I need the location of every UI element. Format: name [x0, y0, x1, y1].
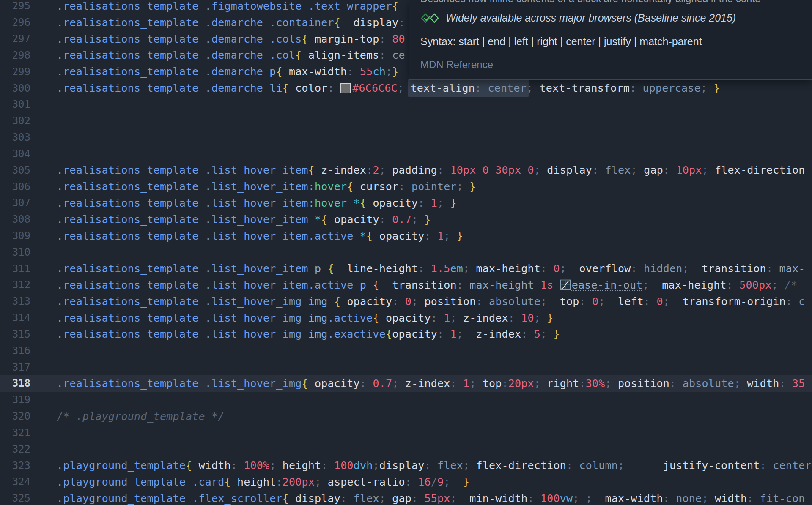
- line-number[interactable]: 304: [0, 148, 30, 160]
- code-token: ;: [463, 459, 469, 472]
- code-line[interactable]: .playground_template .card{ height:200px…: [57, 476, 469, 488]
- code-line[interactable]: .realisations_template .demarche .col{ a…: [57, 49, 405, 61]
- code-line[interactable]: .realisations_template .list_hover_img i…: [57, 328, 560, 340]
- line-number[interactable]: 313: [0, 295, 30, 307]
- code-line-row[interactable]: 312.realisations_template .list_hover_it…: [0, 277, 812, 293]
- line-number[interactable]: 309: [0, 230, 30, 242]
- code-line[interactable]: .realisations_template .list_hover_img i…: [57, 295, 805, 308]
- code-token: vw: [560, 492, 573, 505]
- line-number[interactable]: 298: [0, 49, 30, 61]
- line-number[interactable]: 303: [0, 131, 30, 143]
- code-line-row[interactable]: 306.realisations_template .list_hover_it…: [0, 178, 812, 195]
- code-line-row[interactable]: 304: [0, 145, 812, 162]
- code-line-row[interactable]: 309.realisations_template .list_hover_it…: [0, 228, 812, 244]
- code-line[interactable]: .realisations_template .figmatowebsite .…: [57, 0, 398, 12]
- bezier-curve-icon[interactable]: [560, 279, 571, 290]
- code-line-row[interactable]: 313.realisations_template .list_hover_im…: [0, 293, 812, 310]
- line-number[interactable]: 316: [0, 345, 30, 357]
- line-number[interactable]: 314: [0, 312, 30, 324]
- code-line-row[interactable]: 301: [0, 96, 812, 113]
- line-number[interactable]: 311: [0, 263, 30, 275]
- code-line-row[interactable]: 311.realisations_template .list_hover_it…: [0, 260, 812, 277]
- code-line[interactable]: .realisations_template .list_hover_item.…: [57, 279, 798, 291]
- code-line[interactable]: /* .playground_template */: [57, 410, 225, 423]
- line-number[interactable]: 322: [0, 443, 30, 455]
- code-token: {: [186, 459, 192, 472]
- line-number[interactable]: 319: [0, 394, 30, 406]
- code-token: transition: [689, 262, 766, 275]
- code-line[interactable]: .realisations_template .list_hover_item{…: [57, 164, 805, 176]
- code-token: :: [727, 279, 740, 291]
- code-line-row[interactable]: 305.realisations_template .list_hover_it…: [0, 162, 812, 178]
- code-line[interactable]: .realisations_template .demarche p{ max-…: [57, 66, 398, 78]
- code-line[interactable]: .realisations_template .demarche li{ col…: [57, 82, 720, 94]
- code-line-row[interactable]: 303: [0, 129, 812, 146]
- code-line[interactable]: .realisations_template .list_hover_item:…: [57, 180, 476, 193]
- code-line-row[interactable]: 322: [0, 441, 812, 457]
- code-token: 0: [528, 164, 534, 176]
- code-token: :: [405, 476, 418, 488]
- code-token: {: [347, 180, 353, 193]
- line-number[interactable]: 325: [0, 492, 30, 504]
- code-line-row[interactable]: 310: [0, 244, 812, 260]
- code-token: [199, 328, 205, 340]
- code-line-row[interactable]: 318.realisations_template .list_hover_im…: [0, 375, 812, 392]
- code-token: }: [469, 180, 476, 193]
- line-number[interactable]: 306: [0, 181, 30, 193]
- code-line-row[interactable]: 324.playground_template .card{ height:20…: [0, 474, 812, 490]
- code-line[interactable]: .realisations_template .demarche .cols{ …: [57, 33, 405, 45]
- code-line-row[interactable]: 308.realisations_template .list_hover_it…: [0, 211, 812, 228]
- line-number[interactable]: 296: [0, 16, 30, 28]
- line-number[interactable]: 295: [0, 0, 30, 12]
- code-line-row[interactable]: 307.realisations_template .list_hover_it…: [0, 195, 812, 211]
- code-line-row[interactable]: 300.realisations_template .demarche li{ …: [0, 80, 812, 96]
- line-number[interactable]: 301: [0, 98, 30, 110]
- line-number[interactable]: 308: [0, 213, 30, 225]
- code-line-row[interactable]: 317: [0, 359, 812, 375]
- code-line-row[interactable]: 302: [0, 113, 812, 129]
- code-token: :: [437, 164, 450, 176]
- color-swatch[interactable]: [340, 83, 351, 93]
- line-number[interactable]: 323: [0, 460, 30, 472]
- line-number[interactable]: 320: [0, 410, 30, 422]
- code-line-row[interactable]: 321: [0, 425, 812, 441]
- line-number[interactable]: 324: [0, 476, 30, 488]
- code-token: [199, 164, 205, 176]
- line-number[interactable]: 310: [0, 246, 30, 258]
- line-number[interactable]: 305: [0, 164, 30, 176]
- line-number[interactable]: 318: [0, 377, 30, 389]
- code-token: .list_hover_item: [205, 164, 308, 176]
- code-line[interactable]: .playground_template .flex_scroller{ dis…: [57, 492, 805, 505]
- code-line[interactable]: .realisations_template .list_hover_item:…: [57, 197, 457, 209]
- code-line-row[interactable]: 320/* .playground_template */: [0, 408, 812, 425]
- code-line-row[interactable]: 323.playground_template{ width: 100%; he…: [0, 457, 812, 474]
- line-number[interactable]: 300: [0, 82, 30, 94]
- code-line[interactable]: .realisations_template .list_hover_item …: [57, 262, 805, 275]
- code-token: .list_hover_img: [205, 295, 302, 308]
- code-line[interactable]: .realisations_template .demarche .contai…: [57, 16, 405, 29]
- line-number[interactable]: 312: [0, 279, 30, 291]
- line-number[interactable]: 317: [0, 361, 30, 373]
- line-number[interactable]: 307: [0, 197, 30, 209]
- code-line[interactable]: .realisations_template .list_hover_item.…: [57, 230, 463, 242]
- code-line[interactable]: .realisations_template .list_hover_img{ …: [57, 377, 805, 390]
- line-number[interactable]: 302: [0, 115, 30, 127]
- code-line-row[interactable]: 319: [0, 392, 812, 408]
- code-token: ;: [534, 377, 540, 390]
- code-token: #6C6C6C: [352, 82, 398, 94]
- line-number[interactable]: 299: [0, 66, 30, 78]
- code-line-row[interactable]: 314.realisations_template .list_hover_im…: [0, 310, 812, 326]
- code-line-row[interactable]: 325.playground_template .flex_scroller{ …: [0, 490, 812, 505]
- code-line[interactable]: .realisations_template .list_hover_img i…: [57, 312, 554, 324]
- code-line[interactable]: .playground_template{ width: 100%; heigh…: [57, 459, 812, 472]
- code-token: ;: [631, 164, 637, 176]
- code-line-row[interactable]: 316: [0, 342, 812, 359]
- code-line[interactable]: .realisations_template .list_hover_item …: [57, 213, 431, 226]
- code-token: .realisations_template: [57, 164, 199, 176]
- code-token: p: [315, 262, 321, 275]
- line-number[interactable]: 321: [0, 427, 30, 439]
- mdn-reference-link[interactable]: MDN Reference: [420, 59, 493, 71]
- code-line-row[interactable]: 315.realisations_template .list_hover_im…: [0, 326, 812, 343]
- line-number[interactable]: 297: [0, 33, 30, 45]
- line-number[interactable]: 315: [0, 328, 30, 340]
